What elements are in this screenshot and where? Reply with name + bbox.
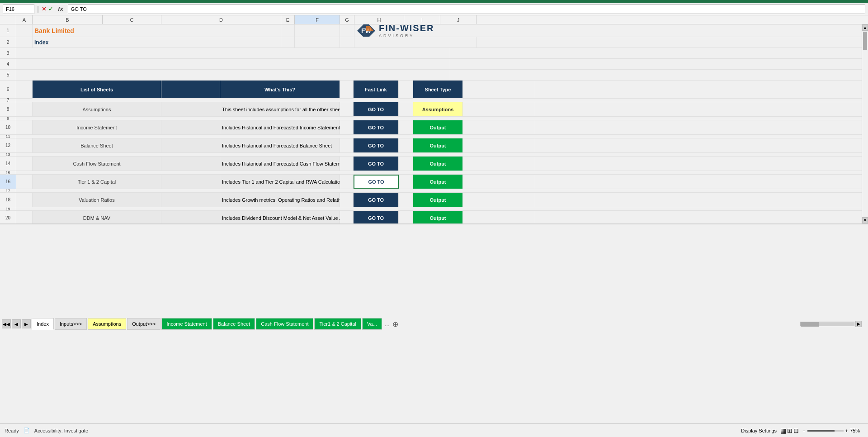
tab-output[interactable]: Output>>>: [127, 318, 160, 330]
rn-18: 18: [0, 193, 16, 207]
goto-income[interactable]: GO TO: [354, 120, 399, 134]
header-list-of-sheets: List of Sheets: [33, 81, 161, 98]
zoom-level-display[interactable]: 75%: [850, 428, 863, 433]
tab-va[interactable]: Va...: [362, 318, 382, 330]
zoom-fill: [807, 430, 835, 432]
header-fast-link: Fast Link: [354, 81, 399, 98]
badge-income: Output: [413, 120, 463, 134]
tab-nav-first[interactable]: ◀◀: [2, 319, 11, 328]
tab-income-statement[interactable]: Income Statement: [161, 318, 212, 330]
h-scroll-track[interactable]: [800, 322, 854, 326]
h-scroll-thumb[interactable]: [801, 322, 819, 327]
cell-c14: [161, 157, 220, 171]
tab-tier-capital[interactable]: Tier1 & 2 Capital: [314, 318, 361, 330]
col-header-C[interactable]: C: [103, 15, 161, 24]
cell-reference-box[interactable]: F16: [3, 4, 34, 14]
cell-e16: [340, 175, 354, 189]
row-2: 2 Index: [0, 37, 862, 48]
confirm-icon[interactable]: ✓: [48, 5, 53, 12]
scroll-track: [862, 31, 868, 217]
row-18: 18 Valuation Ratios Includes Growth metr…: [0, 193, 862, 207]
tab-ellipsis[interactable]: ...: [385, 321, 390, 328]
formula-content-box[interactable]: GO TO: [68, 4, 865, 14]
col-header-A[interactable]: A: [16, 15, 33, 24]
cancel-icon[interactable]: ✕: [42, 5, 47, 12]
cell-a2: [16, 37, 33, 48]
spreadsheet-wrapper: A B C D E F G H I J 1 Bank Limited: [0, 15, 868, 437]
cell-index-label: Index: [33, 37, 281, 48]
cell-a3-span: [16, 48, 450, 58]
h-scroll-right[interactable]: ▶: [855, 321, 862, 327]
rn-11: 11: [0, 135, 16, 138]
view-buttons: ▦ ⊞ ⊟: [780, 427, 799, 434]
zoom-out-btn[interactable]: −: [802, 428, 805, 433]
badge-assumptions: Assumptions: [413, 102, 463, 116]
logo-diamond-icon: FW: [356, 24, 376, 37]
col-header-H[interactable]: H: [354, 15, 404, 24]
cell-e20: [340, 211, 354, 223]
normal-view-btn[interactable]: ▦: [780, 427, 786, 434]
desc-tier: Includes Tier 1 and Tier 2 Capital and R…: [220, 175, 340, 189]
display-settings-text[interactable]: Display Settings: [741, 428, 777, 433]
add-sheet-btn[interactable]: ⊕: [391, 320, 400, 328]
zoom-in-btn[interactable]: +: [845, 428, 848, 433]
row-17: 17: [0, 189, 862, 193]
cell-g2: [340, 37, 354, 48]
accessibility-text[interactable]: Accessibility: Investigate: [34, 428, 88, 433]
row-15: 15: [0, 171, 862, 175]
badge-balance: Output: [413, 138, 463, 152]
tab-index[interactable]: Index: [32, 318, 54, 330]
scroll-down-btn[interactable]: ▼: [862, 217, 868, 223]
goto-valuation[interactable]: GO TO: [354, 193, 399, 207]
col-header-E[interactable]: E: [281, 15, 295, 24]
goto-balance[interactable]: GO TO: [354, 138, 399, 152]
goto-tier[interactable]: GO TO: [354, 175, 399, 189]
cell-i18: [463, 193, 535, 207]
page-break-btn[interactable]: ⊟: [793, 427, 799, 434]
cell-c18: [161, 193, 220, 207]
goto-assumptions[interactable]: GO TO: [354, 102, 399, 116]
col-header-B[interactable]: B: [33, 15, 103, 24]
cell-a4-span: [16, 59, 450, 69]
cell-a6: [16, 81, 33, 98]
tab-cash-flow[interactable]: Cash Flow Statement: [256, 318, 313, 330]
col-header-I[interactable]: I: [404, 15, 440, 24]
zoom-slider[interactable]: [807, 430, 844, 432]
badge-ddm: Output: [413, 211, 463, 223]
goto-ddm[interactable]: GO TO: [354, 211, 399, 223]
sheet-name-tier: Tier 1 & 2 Capital: [33, 175, 161, 189]
tab-inputs[interactable]: Inputs>>>: [55, 318, 87, 330]
rn-1: 1: [0, 24, 16, 37]
row-9: 9: [0, 117, 862, 120]
row-11: 11: [0, 135, 862, 138]
row-12: 12 Balance Sheet Includes Historical and…: [0, 138, 862, 153]
page-view-icon[interactable]: 📄: [24, 428, 30, 433]
rn-5: 5: [0, 70, 16, 80]
cell-c20: [161, 211, 220, 223]
desc-income: Includes Historical and Forecasted Incom…: [220, 120, 340, 134]
desc-cashflow: Includes Historical and Forecasted Cash …: [220, 157, 340, 171]
tab-assumptions[interactable]: Assumptions: [88, 318, 126, 330]
cell-e6: [340, 81, 354, 98]
column-header-row: A B C D E F G H I J: [0, 15, 868, 24]
tab-balance-sheet[interactable]: Balance Sheet: [213, 318, 255, 330]
tab-nav-prev[interactable]: ◀: [12, 319, 21, 328]
badge-valuation: Output: [413, 193, 463, 207]
col-header-G[interactable]: G: [340, 15, 354, 24]
sheet-name-assumptions: Assumptions: [33, 102, 161, 116]
rn-16: 16: [0, 175, 16, 189]
col-header-J[interactable]: J: [440, 15, 476, 24]
row-5: 5: [0, 70, 862, 81]
scroll-up-btn[interactable]: ▲: [862, 24, 868, 31]
row-20: 20 DDM & NAV Includes Dividend Discount …: [0, 211, 862, 223]
desc-balance: Includes Historical and Forecasted Balan…: [220, 138, 340, 152]
col-header-F[interactable]: F: [295, 15, 340, 24]
vertical-scrollbar[interactable]: ▲ ▼: [862, 24, 868, 223]
col-header-D[interactable]: D: [161, 15, 281, 24]
scroll-thumb[interactable]: [863, 32, 867, 50]
tab-nav-next[interactable]: ▶: [22, 319, 31, 328]
cell-e14: [340, 157, 354, 171]
header-sheet-type: Sheet Type: [413, 81, 463, 98]
goto-cashflow[interactable]: GO TO: [354, 157, 399, 171]
page-layout-btn[interactable]: ⊞: [787, 427, 793, 434]
